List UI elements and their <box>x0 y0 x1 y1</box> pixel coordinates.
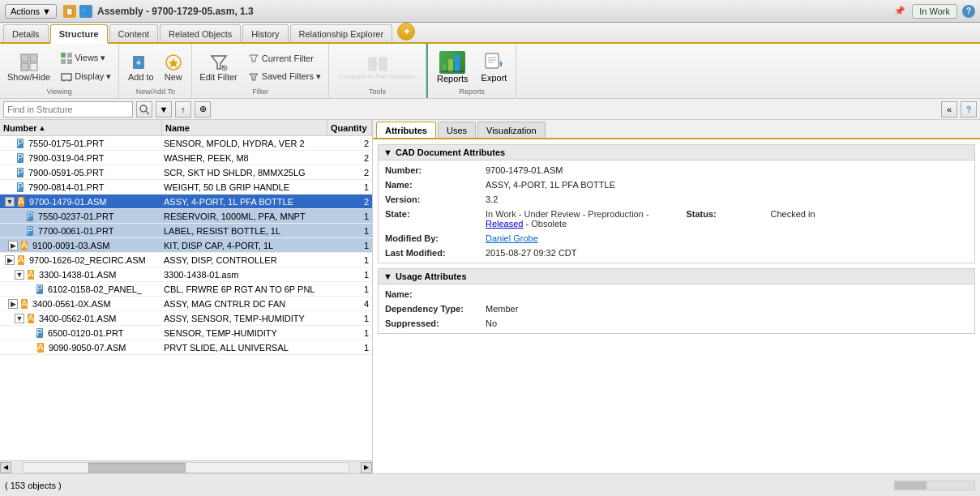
help-button[interactable]: ? <box>962 5 975 18</box>
current-filter-button[interactable]: Current Filter <box>243 49 325 67</box>
tab-structure[interactable]: Structure <box>50 24 108 44</box>
pin-icon[interactable]: 📌 <box>894 6 905 16</box>
tree-toggle-expand[interactable]: ▼ <box>15 270 24 280</box>
tree-toggle-empty <box>5 153 15 163</box>
tree-row[interactable]: P 7550-0237-01.PRT RESERVOIR, 1000ML, PF… <box>0 209 372 224</box>
tab-relationship-explorer[interactable]: Relationship Explorer <box>290 24 393 42</box>
sort-asc-button[interactable]: ↑ <box>175 101 191 118</box>
edit-filter-button[interactable]: Edit Filter <box>195 50 241 84</box>
display-button[interactable]: Display ▾ <box>56 68 115 86</box>
collapse-panel-button[interactable]: « <box>941 101 957 118</box>
tree-cell-name: WEIGHT, 50 LB GRIP HANDLE <box>162 182 327 192</box>
bottom-scrollbar-thumb[interactable] <box>895 481 927 490</box>
detail-help-button[interactable]: ? <box>961 101 977 118</box>
search-browse-button[interactable] <box>136 101 152 118</box>
tree-row[interactable]: P 6102-0158-02_PANEL_ CBL, FRWRE 6P RGT … <box>0 282 372 297</box>
ribbon-filter-buttons: Edit Filter Current Filter Saved Filters… <box>195 45 325 88</box>
search-input[interactable] <box>3 101 133 118</box>
tree-row[interactable]: P 6500-0120-01.PRT SENSOR, TEMP-HUMIDITY… <box>0 326 372 340</box>
tree-row[interactable]: P 7900-0591-05.PRT SCR, SKT HD SHLDR, 8M… <box>0 165 372 180</box>
cad-last-modified-label: Last Modified: <box>385 246 482 259</box>
cad-number-value: 9700-1479-01.ASM <box>486 164 683 177</box>
prt-icon: P <box>15 168 27 177</box>
viewing-group-label: Viewing <box>46 88 71 96</box>
tree-row[interactable]: P 7700-0061-01.PRT LABEL, RESIST BOTTLE,… <box>0 224 372 238</box>
state-inwork: In Work <box>486 209 516 219</box>
tab-details[interactable]: Details <box>3 24 49 42</box>
tree-row[interactable]: ▶ A 9100-0091-03.ASM KIT, DISP CAP, 4-PO… <box>0 238 372 253</box>
detail-tab-uses[interactable]: Uses <box>438 122 476 138</box>
col-header-name[interactable]: Name <box>162 120 327 135</box>
tab-extra-button[interactable]: ✦ <box>397 23 415 41</box>
tree-cell-qty: 1 <box>327 241 372 250</box>
scrollbar-thumb[interactable] <box>88 463 186 472</box>
row-number: 7550-0175-01.PRT <box>28 139 104 148</box>
add-to-button[interactable]: + Add to <box>124 50 158 84</box>
actions-menu[interactable]: Actions ▼ <box>5 4 57 19</box>
scrollbar-track[interactable] <box>23 462 349 473</box>
ribbon-reports-group: Reports Export Reports <box>426 44 516 98</box>
svg-text:P: P <box>27 212 32 220</box>
bottom-scrollbar-detail[interactable] <box>894 481 975 490</box>
detail-tab-visualization[interactable]: Visualization <box>477 122 546 138</box>
compare-icon <box>368 54 387 74</box>
detail-tab-attributes[interactable]: Attributes <box>376 122 436 138</box>
tree-cell-number: P 7900-0319-04.PRT <box>0 153 162 163</box>
reports-button[interactable]: Reports <box>431 49 474 86</box>
asm-icon: A <box>26 314 37 323</box>
show-hide-icon <box>19 53 39 72</box>
detail-body: ▼ CAD Document Attributes Number: 9700-1… <box>373 139 980 473</box>
tree-row-selected[interactable]: ▼ A 9700-1479-01.ASM ASSY, 4-PORT, 1L PF… <box>0 195 372 209</box>
tab-extra-icon: ✦ <box>403 27 410 37</box>
tab-history[interactable]: History <box>242 24 288 42</box>
views-button[interactable]: Views ▾ <box>56 49 115 67</box>
tree-row[interactable]: ▼ A 3400-0562-01.ASM ASSY, SENSOR, TEMP-… <box>0 311 372 326</box>
tree-cell-name: SENSOR, TEMP-HUMIDITY <box>162 328 327 338</box>
empty-cell-5 <box>687 193 768 206</box>
tree-toggle-expand[interactable]: ▼ <box>5 197 15 207</box>
empty-cell-4 <box>771 178 969 191</box>
tree-cell-name: WASHER, PEEK, M8 <box>162 153 327 163</box>
state-under-review: Under Review <box>524 209 580 219</box>
tree-row[interactable]: P 7900-0814-01.PRT WEIGHT, 50 LB GRIP HA… <box>0 180 372 195</box>
scroll-left-button[interactable]: ◀ <box>0 462 11 473</box>
svg-text:A: A <box>28 270 34 279</box>
saved-filters-button[interactable]: Saved Filters ▾ <box>243 68 325 86</box>
ribbon-viewing-group: Show/Hide Views ▾ Display ▾ Viewing <box>0 44 119 98</box>
usage-attr-grid: Name: Dependency Type: Member Suppressed… <box>379 284 974 333</box>
col-name-label: Name <box>165 123 190 133</box>
search-options-button[interactable]: ⊕ <box>195 101 211 118</box>
row-number: 3300-1438-01.ASM <box>39 270 116 280</box>
tab-related-objects[interactable]: Related Objects <box>160 24 241 42</box>
tree-row[interactable]: ▶ A 3400-0561-0X.ASM ASSY, MAG CNTRLR DC… <box>0 297 372 311</box>
compare-button[interactable]: Compare to Part Structure <box>336 52 419 83</box>
tree-row[interactable]: P 7900-0319-04.PRT WASHER, PEEK, M8 2 <box>0 151 372 165</box>
tree-cell-name: LABEL, RESIST BOTTLE, 1L <box>162 226 327 236</box>
cad-modified-by-value[interactable]: Daniel Grobe <box>486 232 683 245</box>
scroll-right-button[interactable]: ▶ <box>361 462 372 473</box>
ribbon-viewing-buttons: Show/Hide Views ▾ Display ▾ <box>3 45 115 88</box>
tree-row[interactable]: ▶ A 9700-1626-02_RECIRC.ASM ASSY, DISP, … <box>0 253 372 267</box>
show-hide-button[interactable]: Show/Hide <box>3 50 54 84</box>
tree-body[interactable]: P 7550-0175-01.PRT SENSOR, MFOLD, HYDRA,… <box>0 136 372 460</box>
tree-row[interactable]: P 7550-0175-01.PRT SENSOR, MFOLD, HYDRA,… <box>0 136 372 151</box>
empty-cell-6 <box>771 193 969 206</box>
col-header-quantity[interactable]: Quantity <box>327 120 372 135</box>
export-button[interactable]: Export <box>476 49 513 85</box>
tree-toggle-collapse[interactable]: ▶ <box>8 241 18 250</box>
svg-text:P: P <box>17 182 23 191</box>
usage-section-toggle[interactable]: ▼ <box>383 272 392 281</box>
tree-toggle-expand[interactable]: ▶ <box>5 255 15 265</box>
new-button[interactable]: New <box>160 50 187 84</box>
filter-dropdown-button[interactable]: ▼ <box>156 101 172 118</box>
tree-row[interactable]: ▼ A 3300-1438-01.ASM 3300-1438-01.asm 1 <box>0 267 372 282</box>
filter-col: Current Filter Saved Filters ▾ <box>243 49 325 86</box>
main-tab-bar: Details Structure Content Related Object… <box>0 23 980 44</box>
tree-toggle-collapse[interactable]: ▶ <box>8 299 18 309</box>
tree-toggle-expand[interactable]: ▼ <box>15 314 24 323</box>
col-header-number[interactable]: Number ▲ <box>0 120 162 135</box>
tree-row[interactable]: A 9090-9050-07.ASM PRVT SLIDE, ALL UNIVE… <box>0 340 372 355</box>
horizontal-scrollbar[interactable]: ◀ ▶ <box>0 460 372 473</box>
tab-content[interactable]: Content <box>109 24 159 42</box>
cad-section-toggle[interactable]: ▼ <box>383 148 392 157</box>
